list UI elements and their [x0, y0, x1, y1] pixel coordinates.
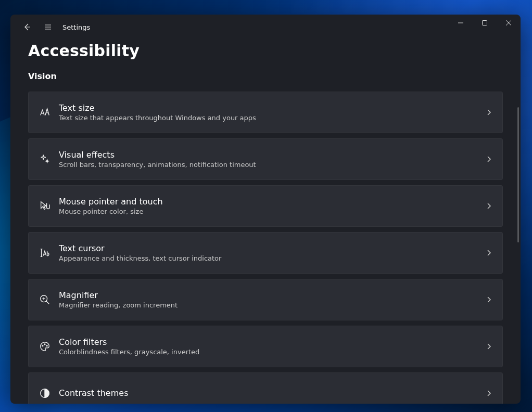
chevron-right-icon — [486, 108, 492, 118]
maximize-button[interactable] — [473, 15, 497, 31]
item-title: Color filters — [59, 337, 486, 347]
palette-icon — [39, 341, 59, 352]
app-title: Settings — [62, 23, 90, 31]
item-desc: Colorblindness filters, grayscale, inver… — [59, 348, 486, 356]
content-area: Accessibility Vision Text size Text size… — [10, 40, 521, 404]
settings-list: Text size Text size that appears through… — [28, 92, 503, 404]
svg-line-9 — [46, 301, 49, 304]
chevron-right-icon — [486, 389, 492, 398]
item-title: Magnifier — [59, 290, 486, 300]
settings-window: Settings Accessibility Vision — [10, 15, 521, 404]
magnifier-icon — [39, 294, 59, 305]
close-button[interactable] — [497, 15, 521, 31]
setting-contrast-themes[interactable]: Contrast themes — [28, 372, 503, 404]
svg-point-12 — [42, 345, 43, 346]
setting-visual-effects[interactable]: Visual effects Scroll bars, transparency… — [28, 138, 503, 180]
sparkle-icon — [39, 153, 59, 165]
item-title: Mouse pointer and touch — [59, 197, 486, 207]
titlebar: Settings — [10, 15, 521, 40]
chevron-right-icon — [486, 248, 492, 258]
item-desc: Text size that appears throughout Window… — [59, 114, 486, 122]
text-size-icon — [39, 107, 59, 118]
item-desc: Magnifier reading, zoom increment — [59, 301, 486, 309]
svg-point-14 — [46, 345, 47, 346]
item-desc: Appearance and thickness, text cursor in… — [59, 254, 486, 262]
setting-text-size[interactable]: Text size Text size that appears through… — [28, 92, 503, 133]
setting-magnifier[interactable]: Magnifier Magnifier reading, zoom increm… — [28, 279, 503, 320]
item-title: Visual effects — [59, 150, 486, 160]
text-cursor-icon — [39, 247, 59, 259]
contrast-icon — [39, 388, 59, 399]
window-controls — [449, 15, 521, 31]
item-desc: Mouse pointer color, size — [59, 208, 486, 215]
item-title: Text size — [59, 103, 486, 113]
menu-button[interactable] — [37, 17, 58, 37]
chevron-right-icon — [486, 342, 492, 352]
item-title: Text cursor — [59, 243, 486, 253]
chevron-right-icon — [486, 201, 492, 211]
minimize-button[interactable] — [449, 15, 473, 31]
chevron-right-icon — [486, 295, 492, 305]
item-title: Contrast themes — [59, 388, 486, 398]
setting-text-cursor[interactable]: Text cursor Appearance and thickness, te… — [28, 232, 503, 274]
setting-mouse-pointer[interactable]: Mouse pointer and touch Mouse pointer co… — [28, 185, 503, 227]
back-button[interactable] — [17, 17, 37, 37]
chevron-right-icon — [486, 154, 492, 164]
item-desc: Scroll bars, transparency, animations, n… — [59, 161, 486, 169]
page-title: Accessibility — [28, 42, 503, 60]
section-heading: Vision — [28, 71, 503, 81]
svg-point-13 — [44, 344, 45, 345]
svg-rect-4 — [483, 21, 487, 25]
setting-color-filters[interactable]: Color filters Colorblindness filters, gr… — [28, 326, 503, 367]
scrollbar[interactable] — [517, 107, 519, 242]
cursor-icon — [39, 200, 59, 212]
